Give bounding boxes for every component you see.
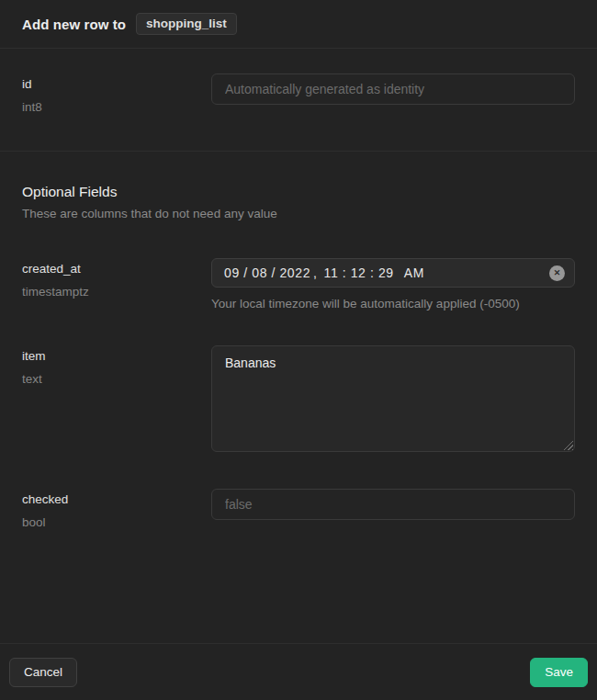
- field-control-item: Bananas: [211, 345, 575, 452]
- field-row-created-at: created_at timestamptz 09 / 08 / 2022 , …: [22, 258, 575, 310]
- add-row-panel: Add new row to shopping_list id int8 Opt…: [0, 0, 597, 700]
- field-meta-id: id int8: [22, 73, 211, 114]
- field-row-item: item text Bananas: [22, 345, 575, 452]
- field-control-created-at: 09 / 08 / 2022 , 11 : 12 : 29 AM ✕ Your …: [211, 258, 575, 310]
- checked-input[interactable]: [211, 489, 575, 520]
- id-input[interactable]: [211, 73, 575, 105]
- field-label-created-at: created_at: [22, 262, 211, 276]
- item-textarea[interactable]: Bananas: [211, 345, 575, 452]
- clear-datetime-icon[interactable]: ✕: [549, 265, 565, 281]
- field-meta-checked: checked bool: [22, 489, 211, 529]
- table-name-badge: shopping_list: [136, 13, 237, 35]
- field-label-item: item: [22, 349, 211, 363]
- panel-header: Add new row to shopping_list: [0, 0, 597, 49]
- field-type-item: text: [22, 372, 211, 386]
- field-row-checked: checked bool: [22, 489, 575, 529]
- field-type-id: int8: [22, 100, 211, 114]
- datetime-meridiem-segment[interactable]: AM: [404, 265, 424, 280]
- field-row-id: id int8: [22, 73, 575, 114]
- field-meta-created-at: created_at timestamptz: [22, 258, 211, 299]
- optional-fields-title: Optional Fields: [22, 184, 575, 200]
- field-meta-item: item text: [22, 345, 211, 386]
- created-at-helper-text: Your local timezone will be automaticall…: [211, 297, 575, 310]
- field-label-checked: checked: [22, 492, 211, 506]
- save-button[interactable]: Save: [530, 658, 588, 687]
- datetime-time-segment[interactable]: 11 : 12 : 29: [324, 265, 394, 280]
- optional-fields-description: These are columns that do not need any v…: [22, 207, 575, 220]
- panel-title: Add new row to: [22, 17, 126, 32]
- optional-fields-section: Optional Fields These are columns that d…: [0, 152, 597, 529]
- field-label-id: id: [22, 77, 211, 91]
- field-control-checked: [211, 489, 575, 520]
- cancel-button[interactable]: Cancel: [9, 658, 77, 687]
- field-control-id: [211, 73, 575, 105]
- datetime-date-segment[interactable]: 09 / 08 / 2022: [224, 265, 310, 280]
- panel-footer: Cancel Save: [0, 643, 597, 700]
- panel-body: id int8 Optional Fields These are column…: [0, 49, 597, 643]
- field-type-created-at: timestamptz: [22, 285, 211, 299]
- required-fields-section: id int8: [0, 49, 597, 151]
- field-type-checked: bool: [22, 515, 211, 529]
- created-at-datetime-input[interactable]: 09 / 08 / 2022 , 11 : 12 : 29 AM ✕: [211, 258, 575, 288]
- datetime-separator: ,: [313, 265, 318, 280]
